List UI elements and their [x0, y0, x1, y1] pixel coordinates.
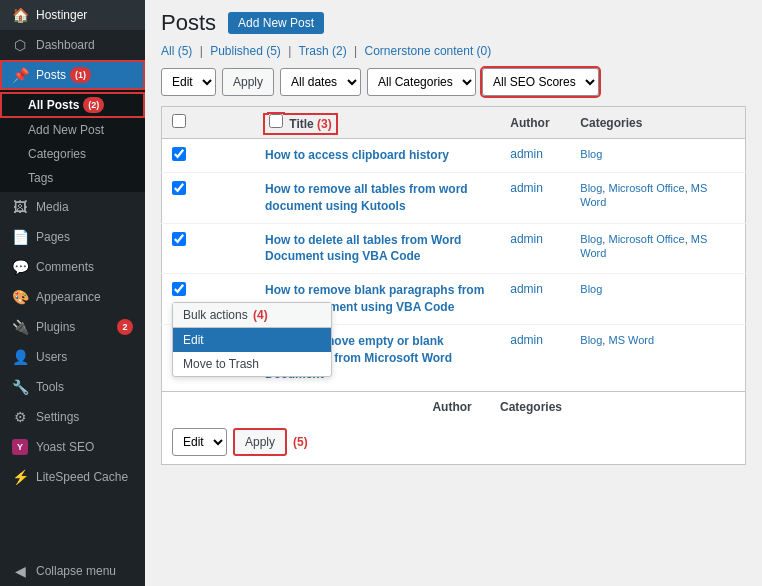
- collapse-icon: ◀: [12, 563, 28, 579]
- bulk-area: Bulk actions (4) Edit Move to Trash Auth…: [161, 392, 746, 465]
- title-header-checkbox[interactable]: [269, 114, 283, 128]
- sidebar-item-label: Media: [36, 200, 133, 214]
- post-checkbox[interactable]: [172, 282, 186, 296]
- select-all-checkbox[interactable]: [172, 114, 186, 128]
- bulk-dropdown: Bulk actions (4) Edit Move to Trash: [172, 302, 332, 377]
- post-title-link[interactable]: How to access clipboard history: [265, 148, 449, 162]
- post-checkbox[interactable]: [172, 147, 186, 161]
- pages-icon: 📄: [12, 229, 28, 245]
- sidebar-item-media[interactable]: 🖼 Media: [0, 192, 145, 222]
- add-new-post-button[interactable]: Add New Post: [228, 12, 324, 34]
- table-row: How to access clipboard history admin Bl…: [162, 139, 746, 173]
- sidebar-item-label: Plugins: [36, 320, 109, 334]
- categories-filter-select[interactable]: All Categories: [367, 68, 476, 96]
- post-categories: Blog: [580, 283, 602, 295]
- filter-trash-link[interactable]: Trash (2): [298, 44, 346, 58]
- filter-all-link[interactable]: All (5): [161, 44, 192, 58]
- sidebar-item-label: Dashboard: [36, 38, 133, 52]
- page-title: Posts: [161, 10, 216, 36]
- sidebar-item-label: Comments: [36, 260, 133, 274]
- sidebar-item-hostinger[interactable]: 🏠 Hostinger: [0, 0, 145, 30]
- sidebar-item-label: Tools: [36, 380, 133, 394]
- filter-published-link[interactable]: Published (5): [210, 44, 281, 58]
- bottom-toolbar: Author Categories: [162, 392, 745, 422]
- seo-scores-filter-select[interactable]: All SEO Scores: [482, 68, 599, 96]
- bottom-apply-button[interactable]: Apply: [233, 428, 287, 456]
- post-author-link[interactable]: admin: [510, 181, 543, 195]
- table-row: How to remove all tables from word docum…: [162, 173, 746, 224]
- media-icon: 🖼: [12, 199, 28, 215]
- sidebar-item-posts[interactable]: 📌 Posts (1): [0, 60, 145, 90]
- sidebar-item-all-posts[interactable]: All Posts (2): [0, 92, 145, 118]
- add-new-label: Add New Post: [28, 123, 104, 137]
- sidebar-item-settings[interactable]: ⚙ Settings: [0, 402, 145, 432]
- settings-icon: ⚙: [12, 409, 28, 425]
- plugins-icon: 🔌: [12, 319, 28, 335]
- categories-header-label: Categories: [580, 116, 642, 130]
- post-categories: Blog, Microsoft Office, MS Word: [580, 233, 707, 259]
- title-header-annotation: (3): [317, 117, 332, 131]
- bulk-dropdown-edit[interactable]: Edit: [173, 328, 331, 352]
- filter-links: All (5) | Published (5) | Trash (2) | Co…: [161, 44, 746, 58]
- top-toolbar: Edit Apply All dates All Categories All …: [161, 68, 746, 96]
- dashboard-icon: ⬡: [12, 37, 28, 53]
- categories-label: Categories: [28, 147, 86, 161]
- sidebar-item-add-new-post[interactable]: Add New Post: [0, 118, 145, 142]
- bulk-dropdown-trash[interactable]: Move to Trash: [173, 352, 331, 376]
- sidebar: 🏠 Hostinger ⬡ Dashboard 📌 Posts (1) All …: [0, 0, 145, 586]
- post-categories: Blog: [580, 148, 602, 160]
- bottom-table: Author Categories: [172, 400, 735, 414]
- sidebar-item-yoast[interactable]: Y Yoast SEO: [0, 432, 145, 462]
- page-title-row: Posts Add New Post: [161, 10, 746, 36]
- hostinger-icon: 🏠: [12, 7, 28, 23]
- top-apply-button[interactable]: Apply: [222, 68, 274, 96]
- posts-icon: 📌: [12, 67, 28, 83]
- post-author-link[interactable]: admin: [510, 232, 543, 246]
- posts-submenu: All Posts (2) Add New Post Categories Ta…: [0, 90, 145, 192]
- bottom-bulk-select[interactable]: Edit: [172, 428, 227, 456]
- main-content: Posts Add New Post All (5) | Published (…: [145, 0, 762, 586]
- users-icon: 👤: [12, 349, 28, 365]
- sidebar-item-dashboard[interactable]: ⬡ Dashboard: [0, 30, 145, 60]
- sidebar-item-label: Posts: [36, 68, 66, 82]
- sidebar-item-comments[interactable]: 💬 Comments: [0, 252, 145, 282]
- table-row: How to delete all tables from Word Docum…: [162, 223, 746, 274]
- post-checkbox[interactable]: [172, 181, 186, 195]
- sidebar-item-plugins[interactable]: 🔌 Plugins 2: [0, 312, 145, 342]
- author-header-label: Author: [510, 116, 549, 130]
- bulk-action-select[interactable]: Edit: [161, 68, 216, 96]
- sidebar-item-label: Pages: [36, 230, 133, 244]
- sidebar-item-tags[interactable]: Tags: [0, 166, 145, 190]
- post-categories: Blog, Microsoft Office, MS Word: [580, 182, 707, 208]
- sidebar-item-label: Hostinger: [36, 8, 133, 22]
- appearance-icon: 🎨: [12, 289, 28, 305]
- yoast-icon: Y: [12, 439, 28, 455]
- post-title-link[interactable]: How to delete all tables from Word Docum…: [265, 233, 461, 264]
- select-all-th: [162, 107, 255, 139]
- comments-icon: 💬: [12, 259, 28, 275]
- post-title-link[interactable]: How to remove all tables from word docum…: [265, 182, 468, 213]
- sidebar-item-users[interactable]: 👤 Users: [0, 342, 145, 372]
- sidebar-item-litespeed[interactable]: ⚡ LiteSpeed Cache: [0, 462, 145, 492]
- sidebar-item-tools[interactable]: 🔧 Tools: [0, 372, 145, 402]
- post-categories: Blog, MS Word: [580, 334, 654, 346]
- bottom-annotation: (5): [293, 435, 308, 449]
- categories-th: Categories: [570, 107, 745, 139]
- tags-label: Tags: [28, 171, 53, 185]
- post-checkbox[interactable]: [172, 232, 186, 246]
- post-author-link[interactable]: admin: [510, 282, 543, 296]
- sidebar-item-collapse[interactable]: ◀ Collapse menu: [0, 556, 145, 586]
- sidebar-item-appearance[interactable]: 🎨 Appearance: [0, 282, 145, 312]
- filter-cornerstone-link[interactable]: Cornerstone content (0): [365, 44, 492, 58]
- sidebar-item-label: Users: [36, 350, 133, 364]
- post-author-link[interactable]: admin: [510, 333, 543, 347]
- author-th: Author: [500, 107, 570, 139]
- post-author-link[interactable]: admin: [510, 147, 543, 161]
- table-header-row: Title (3) Author Categories: [162, 107, 746, 139]
- bulk-dropdown-header: Bulk actions (4): [173, 303, 331, 328]
- sidebar-item-label: Settings: [36, 410, 133, 424]
- sidebar-item-categories[interactable]: Categories: [0, 142, 145, 166]
- litespeed-icon: ⚡: [12, 469, 28, 485]
- sidebar-item-pages[interactable]: 📄 Pages: [0, 222, 145, 252]
- dates-filter-select[interactable]: All dates: [280, 68, 361, 96]
